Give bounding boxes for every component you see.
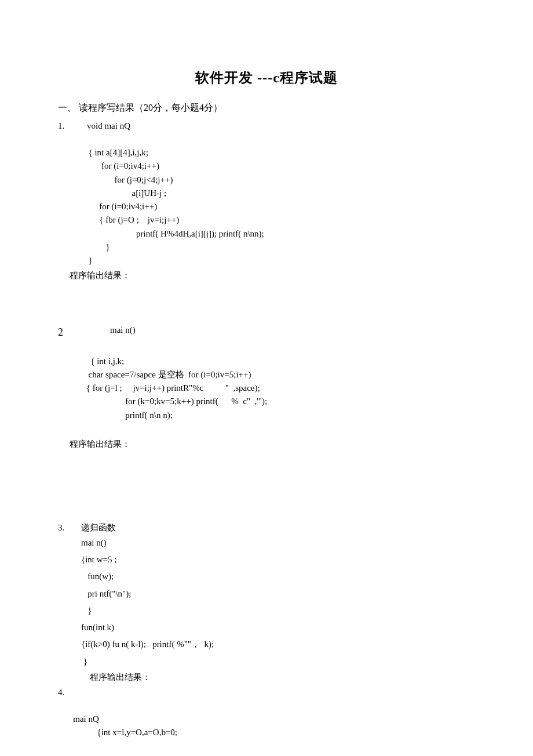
q1-l7: { fbr (j=O ; jv=i;j++) [99,215,179,224]
q3-l7: {if(k>0) fu n( k-l); printf( %""， k); [81,639,214,649]
q3-l2: {int w=5 ; [81,555,117,564]
q1-l3: for (i=0;iv4;i++) [101,161,159,170]
question-3: 3. 递归函数 [58,521,475,535]
q1-result-label: 程序输出结果： [58,268,475,282]
q1-l6: for (i=0;iv4;i++) [99,202,157,211]
q1-l9: } [106,242,110,252]
q3-l3: fun(w); [87,572,114,581]
q3-l6: fun(int k) [81,623,114,632]
q3-code: mai n() {int w=5 ; fun(w); pri ntf("\n")… [58,535,475,670]
q2-l2: { int i,j,k; [90,357,124,366]
q2-code: { int i,j,k; char space=7/sapce 是空格 for … [58,341,475,422]
q2-l4: { for (j=l ; jv=i;j++) printR"%c " ,spac… [86,383,260,392]
q2-l3: char space=7/sapce 是空格 for (i=0;iv=5;i++… [89,370,251,379]
q3-l5: } [87,606,92,615]
q2-l6: printf( n\n n); [125,410,173,420]
q4-l2: {int x=l,y=O,a=O,b=0; [97,728,178,737]
section-heading: 一、 读程序写结果（20分，每小题4分） [58,100,475,115]
q4-number: 4. [58,685,81,699]
question-1: 1. void mai nQ [58,119,475,133]
q2-number: 2 [58,323,87,341]
q2-l5: for (k=0;kv=5;k++) printf( % c" ,'"); [125,397,267,406]
q1-l4: for (j=0;j<4;j++) [115,175,173,184]
q3-number: 3. [58,521,81,535]
question-2: 2 mai n() [58,323,475,341]
q1-line1: void mai nQ [87,119,130,133]
page-title: 软件开发 ---c程序试题 [58,67,475,89]
q3-l8: } [83,657,87,666]
question-4: 4. [58,685,475,699]
q1-l10: } [89,256,93,265]
q3-l1: mai n() [81,538,107,547]
q1-l8: printf( H%4dH,a[i][j]); printf( n\nn); [136,229,264,238]
q2-line1: mai n() [87,323,136,337]
q1-l5: a[i]UH-j ; [132,188,167,198]
q3-result-label: 程序输出结果： [58,670,475,684]
q1-code: { int a[4][4],i,j,k; for (i=0;iv4;i++) f… [58,133,475,268]
q1-number: 1. [58,119,87,133]
q4-code: mai nQ {int x=l,y=O,a=O,b=0; [58,699,475,740]
q3-label: 递归函数 [81,521,116,535]
q4-l1: mai nQ [73,714,99,724]
q2-result-label: 程序输出结果： [58,437,475,451]
q3-l4: pri ntf("\n"); [87,589,131,598]
q1-l2: { int a[4][4],i,j,k; [89,148,148,157]
